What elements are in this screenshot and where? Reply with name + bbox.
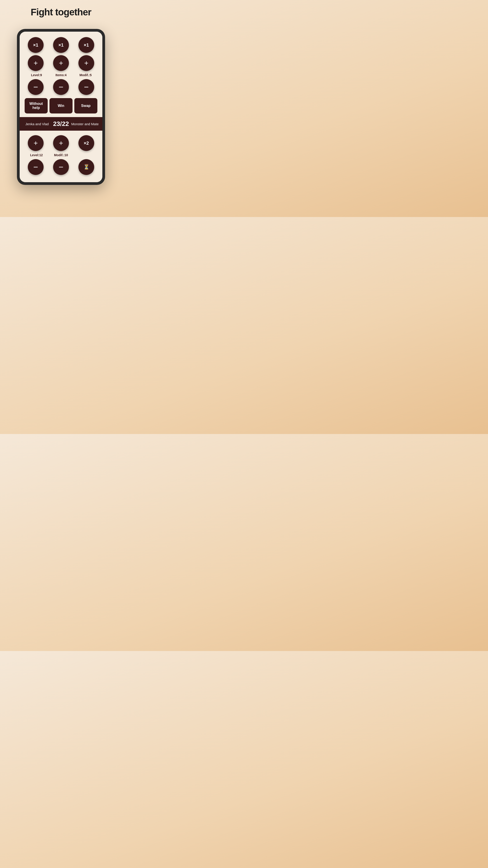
minus-2-icon: − xyxy=(59,83,63,91)
hourglass-icon: ⏳ xyxy=(84,164,90,170)
col1-minus: − xyxy=(24,79,47,95)
p1-plus-1-button[interactable]: + xyxy=(28,55,43,71)
team-left-label: Jenka and Vlad xyxy=(23,122,51,126)
p2-plus-2-button[interactable]: + xyxy=(53,135,69,151)
without-help-button[interactable]: Without help xyxy=(25,98,48,114)
p2-hourglass-button[interactable]: ⏳ xyxy=(78,159,94,175)
col2-plus: + xyxy=(50,55,72,71)
p2-stat-labels-row: Level:12 Modif.:10 xyxy=(24,153,98,158)
p2-minus-1-icon: − xyxy=(33,163,38,171)
plus-1-icon: + xyxy=(34,59,38,67)
plus-3-icon: + xyxy=(84,59,89,67)
p2-col3-hourglass: ⏳ xyxy=(75,159,98,175)
minus-3-icon: − xyxy=(84,83,89,91)
score-bar: Jenka and Vlad 23/22 Monster and Mate xyxy=(20,117,102,131)
page-title: Fight together xyxy=(31,7,91,18)
player1-section: ×1 ×1 ×1 + xyxy=(20,32,102,117)
p2-minus-row: − − ⏳ xyxy=(24,159,98,175)
p1-minus-2-button[interactable]: − xyxy=(53,79,69,95)
p2-col3-multiplier: ×2 xyxy=(75,135,98,151)
minus-row: − − − xyxy=(24,79,98,95)
col1-top: ×1 xyxy=(24,37,47,53)
p2-minus-1-button[interactable]: − xyxy=(28,159,43,175)
p1-stat-1-label: Level:9 xyxy=(24,73,49,77)
p2-stat-1-label: Level:12 xyxy=(24,153,49,157)
col3-top: ×1 xyxy=(75,37,98,53)
p2-multiplier-label: ×2 xyxy=(84,141,89,146)
col3-plus: + xyxy=(75,55,98,71)
col3-minus: − xyxy=(75,79,98,95)
p2-minus-2-button[interactable]: − xyxy=(53,159,69,175)
p2-multiplier-button[interactable]: ×2 xyxy=(78,135,94,151)
p2-col2-minus: − xyxy=(50,159,72,175)
p2-plus-1-button[interactable]: + xyxy=(28,135,43,151)
p1-minus-3-button[interactable]: − xyxy=(78,79,94,95)
p1-multiplier-1-button[interactable]: ×1 xyxy=(28,37,43,53)
phone-frame: ×1 ×1 ×1 + xyxy=(17,29,105,185)
p1-minus-1-button[interactable]: − xyxy=(28,79,43,95)
p2-plus-1-icon: + xyxy=(34,140,38,147)
p2-col1-plus: + xyxy=(24,135,47,151)
swap-button[interactable]: Swap xyxy=(74,98,97,114)
col2-top: ×1 xyxy=(50,37,72,53)
plus-2-icon: + xyxy=(59,59,63,67)
p2-minus-2-icon: − xyxy=(59,163,63,171)
p1-stat-2-label: Items:4 xyxy=(49,73,73,77)
p2-col1-minus: − xyxy=(24,159,47,175)
stat-labels-row: Level:9 Items:4 Modif.:5 xyxy=(24,73,98,78)
action-buttons-row: Without help Win Swap xyxy=(24,98,98,114)
p1-multiplier-3-label: ×1 xyxy=(84,42,89,48)
phone-screen: ×1 ×1 ×1 + xyxy=(20,32,102,182)
p1-plus-3-button[interactable]: + xyxy=(78,55,94,71)
minus-1-icon: − xyxy=(33,83,38,91)
p1-multiplier-2-label: ×1 xyxy=(59,42,64,48)
p1-multiplier-2-button[interactable]: ×1 xyxy=(53,37,69,53)
plus-row: + + + xyxy=(24,55,98,71)
col2-minus: − xyxy=(50,79,72,95)
p1-plus-2-button[interactable]: + xyxy=(53,55,69,71)
win-button[interactable]: Win xyxy=(50,98,72,114)
p2-col2-plus: + xyxy=(50,135,72,151)
player2-section: + + ×2 Level:12 Modif.:10 xyxy=(20,131,102,182)
p2-stat-3-label xyxy=(73,153,98,157)
p2-plus-2-icon: + xyxy=(59,140,63,147)
p2-stat-2-label: Modif.:10 xyxy=(49,153,73,157)
score-display: 23/22 xyxy=(51,120,71,127)
p1-multiplier-3-button[interactable]: ×1 xyxy=(78,37,94,53)
multiplier-row: ×1 ×1 ×1 xyxy=(24,37,98,53)
p1-multiplier-1-label: ×1 xyxy=(33,42,38,48)
p2-top-row: + + ×2 xyxy=(24,135,98,151)
team-right-label: Monster and Mate xyxy=(71,122,99,126)
col1-plus: + xyxy=(24,55,47,71)
p1-stat-3-label: Modif.:5 xyxy=(73,73,98,77)
